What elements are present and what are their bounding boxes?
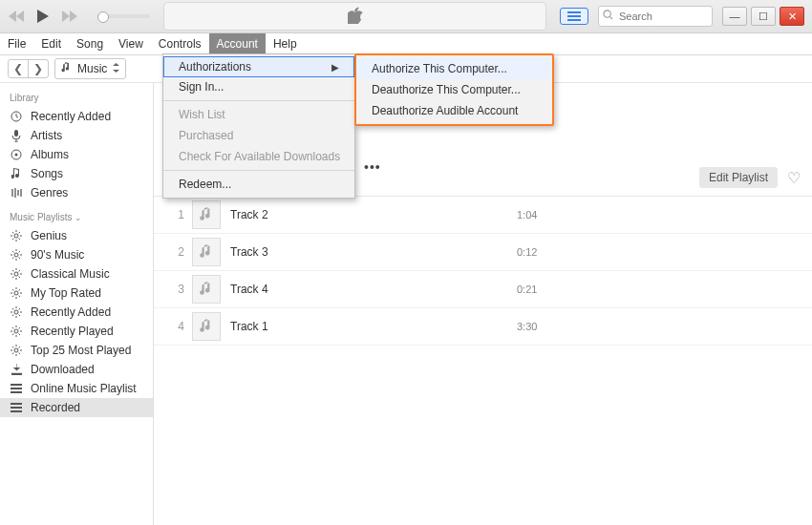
- track-row[interactable]: 3Track 40:21: [154, 271, 812, 308]
- sidebar-item-label: Classical Music: [31, 267, 110, 281]
- nav-forward-button[interactable]: ❯: [29, 60, 48, 77]
- gear-icon: [10, 249, 23, 261]
- sidebar-item-label: Albums: [31, 148, 69, 161]
- genre-icon: [10, 187, 23, 199]
- album-icon: [10, 149, 23, 160]
- menu-help[interactable]: Help: [266, 33, 305, 54]
- menu-song[interactable]: Song: [69, 33, 111, 54]
- menu-item-sign-in[interactable]: Sign In...: [163, 76, 354, 97]
- sidebar-item-90-s-music[interactable]: 90's Music: [0, 245, 153, 264]
- track-title: Track 4: [230, 283, 498, 296]
- menu-edit[interactable]: Edit: [33, 33, 69, 54]
- svg-point-6: [14, 234, 18, 238]
- nav-back-button[interactable]: ❮: [9, 60, 29, 77]
- sidebar-item-recently-added[interactable]: Recently Added: [0, 303, 153, 322]
- sidebar-item-songs[interactable]: Songs: [0, 164, 153, 183]
- category-label: Music: [77, 62, 107, 75]
- menu-item-authorizations[interactable]: Authorizations▶: [163, 56, 354, 77]
- sidebar-item-genius[interactable]: Genius: [0, 226, 153, 245]
- sidebar-item-genres[interactable]: Genres: [0, 183, 153, 202]
- sidebar-item-top-25-most-played[interactable]: Top 25 Most Played: [0, 341, 153, 360]
- more-options-button[interactable]: •••: [364, 159, 381, 175]
- sidebar-section-header[interactable]: Music Playlists⌄: [0, 202, 153, 226]
- search-icon: [603, 10, 613, 23]
- download-icon: [10, 364, 23, 375]
- gear-icon: [10, 345, 23, 356]
- sidebar-item-classical-music[interactable]: Classical Music: [0, 264, 153, 284]
- svg-rect-3: [14, 130, 18, 136]
- mic-icon: [10, 130, 23, 142]
- sidebar-item-recently-added[interactable]: Recently Added: [0, 107, 153, 126]
- account-menu-dropdown: Authorizations▶Sign In...Wish ListPurcha…: [162, 53, 355, 199]
- track-artwork: [192, 312, 221, 341]
- list-view-button[interactable]: [560, 8, 588, 25]
- submenu-arrow-icon: ▶: [331, 62, 339, 73]
- gear-icon: [10, 287, 23, 299]
- sidebar-item-recorded[interactable]: Recorded: [0, 398, 153, 417]
- heart-icon[interactable]: ♡: [787, 169, 801, 187]
- sidebar-item-label: My Top Rated: [31, 286, 101, 300]
- menubar: FileEditSongViewControlsAccountHelp: [0, 33, 812, 55]
- sidebar-item-label: Downloaded: [31, 363, 95, 376]
- svg-point-10: [14, 310, 18, 314]
- track-duration: 1:04: [517, 209, 537, 220]
- menu-item-deauthorize-audible-account[interactable]: Deauthorize Audible Account: [356, 100, 552, 121]
- note-icon: [10, 168, 23, 179]
- chevron-updown-icon: [113, 62, 119, 75]
- search-field[interactable]: [598, 6, 713, 27]
- track-title: Track 2: [230, 208, 498, 221]
- sidebar-item-label: Recently Added: [31, 305, 111, 319]
- track-row[interactable]: 1Track 21:04: [154, 197, 812, 234]
- menu-item-check-for-available-downloads: Check For Available Downloads: [163, 146, 354, 167]
- sidebar-item-label: Recently Added: [31, 110, 111, 123]
- window-minimize-button[interactable]: —: [722, 7, 747, 26]
- sidebar-item-label: Songs: [31, 167, 63, 180]
- menu-item-authorize-this-computer[interactable]: Authorize This Computer...: [356, 58, 552, 79]
- sidebar-item-recently-played[interactable]: Recently Played: [0, 322, 153, 341]
- menu-account[interactable]: Account: [209, 33, 266, 54]
- media-category-selector[interactable]: Music: [54, 58, 126, 79]
- menu-item-label: Sign In...: [179, 80, 224, 94]
- next-track-button[interactable]: [61, 8, 78, 25]
- sidebar-item-artists[interactable]: Artists: [0, 126, 153, 145]
- edit-playlist-button[interactable]: Edit Playlist: [699, 167, 778, 188]
- window-close-button[interactable]: ✕: [780, 7, 804, 26]
- volume-slider[interactable]: [97, 14, 150, 18]
- previous-track-button[interactable]: [8, 8, 25, 25]
- track-list: 1Track 21:042Track 30:123Track 40:214Tra…: [154, 197, 812, 346]
- sidebar-item-label: Recorded: [31, 401, 80, 414]
- gear-icon: [10, 306, 23, 318]
- menu-controls[interactable]: Controls: [151, 33, 209, 54]
- menu-item-deauthorize-this-computer[interactable]: Deauthorize This Computer...: [356, 79, 552, 100]
- track-number: 1: [163, 208, 184, 221]
- sidebar-item-online-music-playlist[interactable]: Online Music Playlist: [0, 379, 153, 398]
- clock-icon: [10, 111, 23, 122]
- svg-line-1: [609, 16, 612, 19]
- track-number: 4: [163, 320, 184, 333]
- titlebar: — ☐ ✕: [0, 0, 812, 33]
- sidebar: LibraryRecently AddedArtistsAlbumsSongsG…: [0, 83, 154, 525]
- track-row[interactable]: 2Track 30:12: [154, 234, 812, 271]
- track-row[interactable]: 4Track 13:30: [154, 308, 812, 346]
- menu-view[interactable]: View: [111, 33, 151, 54]
- svg-point-8: [14, 272, 18, 276]
- svg-point-9: [14, 291, 18, 295]
- menu-file[interactable]: File: [0, 33, 33, 54]
- menu-item-redeem[interactable]: Redeem...: [163, 174, 354, 195]
- sidebar-item-label: Recently Played: [31, 325, 114, 338]
- svg-point-0: [604, 10, 610, 17]
- menu-item-label: Wish List: [179, 108, 225, 121]
- sidebar-item-label: 90's Music: [31, 248, 84, 262]
- sidebar-item-downloaded[interactable]: Downloaded: [0, 360, 153, 379]
- play-button[interactable]: [34, 8, 52, 25]
- list-icon: [10, 384, 23, 393]
- menu-separator: [163, 100, 354, 101]
- menu-separator: [163, 170, 354, 171]
- sidebar-item-label: Artists: [31, 129, 62, 142]
- authorizations-submenu: Authorize This Computer...Deauthorize Th…: [354, 53, 554, 126]
- sidebar-item-albums[interactable]: Albums: [0, 145, 153, 164]
- gear-icon: [10, 230, 23, 242]
- sidebar-item-my-top-rated[interactable]: My Top Rated: [0, 284, 153, 303]
- window-maximize-button[interactable]: ☐: [751, 7, 776, 26]
- sidebar-section-header: Library: [0, 83, 153, 107]
